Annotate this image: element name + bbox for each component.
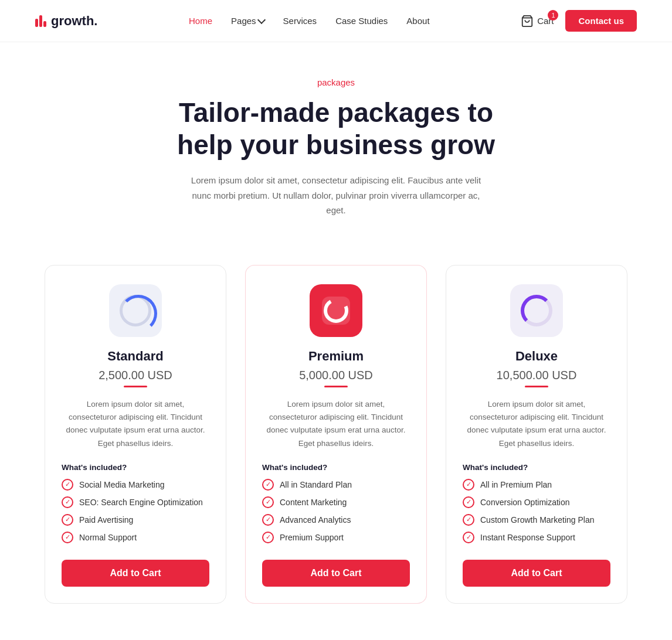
- feature-label: Conversion Optimization: [480, 498, 570, 507]
- check-icon: ✓: [62, 496, 73, 508]
- package-card-standard: Standard 2,500.00 USD Lorem ipsum dolor …: [45, 265, 226, 604]
- feature-label: Instant Response Support: [480, 533, 575, 542]
- nav-link-about[interactable]: About: [406, 16, 429, 26]
- hero-title: Tailor-made packages to help your busine…: [12, 97, 660, 161]
- check-icon: ✓: [463, 532, 474, 543]
- check-icon: ✓: [262, 532, 274, 543]
- check-icon: ✓: [463, 496, 474, 508]
- package-card-deluxe: Deluxe 10,500.00 USD Lorem ipsum dolor s…: [446, 265, 627, 604]
- package-name: Standard: [62, 349, 209, 364]
- standard-icon: [120, 295, 151, 326]
- package-price: 10,500.00 USD: [463, 369, 610, 382]
- feature-label: Custom Growth Marketing Plan: [480, 515, 595, 525]
- package-price: 5,000.00 USD: [262, 369, 410, 382]
- nav-right: Cart 1 Contact us: [521, 10, 637, 32]
- feature-label: SEO: Search Engine Optimization: [79, 498, 203, 507]
- add-to-cart-button[interactable]: Add to Cart: [62, 560, 209, 587]
- feature-item: ✓ Social Media Marketing: [62, 479, 209, 491]
- check-icon: ✓: [62, 479, 73, 491]
- hero-section: packages Tailor-made packages to help yo…: [0, 42, 672, 241]
- package-price: 2,500.00 USD: [62, 369, 209, 382]
- nav-link-pages[interactable]: Pages: [231, 16, 264, 26]
- contact-button[interactable]: Contact us: [565, 10, 637, 32]
- hero-label: packages: [12, 77, 660, 87]
- premium-icon: [318, 293, 354, 328]
- nav-link-home[interactable]: Home: [189, 16, 212, 26]
- package-icon-deluxe: [510, 284, 563, 337]
- package-divider: [525, 386, 548, 387]
- feature-label: Paid Avertising: [79, 515, 133, 525]
- add-to-cart-button[interactable]: Add to Cart: [262, 560, 410, 587]
- features-list: ✓ All in Premium Plan ✓ Conversion Optim…: [463, 479, 610, 543]
- package-name: Deluxe: [463, 349, 610, 364]
- feature-label: Content Marketing: [280, 498, 347, 507]
- logo-bar-1: [35, 19, 38, 27]
- nav-link-services[interactable]: Services: [283, 16, 317, 26]
- included-title: What's included?: [262, 463, 410, 472]
- nav-link-case-studies[interactable]: Case Studies: [335, 16, 388, 26]
- feature-item: ✓ Premium Support: [262, 532, 410, 543]
- package-description: Lorem ipsum dolor sit amet, consecteturo…: [262, 398, 410, 450]
- packages-grid: Standard 2,500.00 USD Lorem ipsum dolor …: [0, 241, 672, 639]
- logo-text: growth.: [51, 13, 97, 29]
- add-to-cart-button[interactable]: Add to Cart: [463, 560, 610, 587]
- feature-item: ✓ All in Standard Plan: [262, 479, 410, 491]
- feature-item: ✓ Conversion Optimization: [463, 496, 610, 508]
- feature-item: ✓ Content Marketing: [262, 496, 410, 508]
- package-name: Premium: [262, 349, 410, 364]
- chevron-down-icon: [257, 16, 266, 24]
- package-card-premium: Premium 5,000.00 USD Lorem ipsum dolor s…: [245, 265, 427, 604]
- check-icon: ✓: [262, 479, 274, 491]
- logo-bar-2: [39, 15, 42, 27]
- hero-description: Lorem ipsum dolor sit amet, consectetur …: [189, 173, 483, 218]
- feature-label: Premium Support: [280, 533, 344, 542]
- cart-badge: 1: [548, 10, 558, 21]
- feature-item: ✓ Advanced Analytics: [262, 514, 410, 526]
- check-icon: ✓: [262, 514, 274, 526]
- feature-item: ✓ All in Premium Plan: [463, 479, 610, 491]
- check-icon: ✓: [262, 496, 274, 508]
- logo[interactable]: growth.: [35, 13, 97, 29]
- check-icon: ✓: [463, 479, 474, 491]
- feature-item: ✓ Custom Growth Marketing Plan: [463, 514, 610, 526]
- feature-label: Advanced Analytics: [280, 515, 351, 525]
- logo-bar-3: [43, 21, 46, 27]
- navbar: growth. Home Pages Services Case Studies…: [0, 0, 672, 42]
- package-divider: [324, 386, 348, 387]
- package-divider: [124, 386, 147, 387]
- feature-item: ✓ Paid Avertising: [62, 514, 209, 526]
- included-title: What's included?: [463, 463, 610, 472]
- nav-links: Home Pages Services Case Studies About: [189, 16, 430, 26]
- feature-label: Normal Support: [79, 533, 137, 542]
- package-icon-premium: [310, 284, 362, 337]
- package-description: Lorem ipsum dolor sit amet, consecteturo…: [463, 398, 610, 450]
- feature-label: All in Premium Plan: [480, 480, 552, 489]
- check-icon: ✓: [463, 514, 474, 526]
- feature-label: Social Media Marketing: [79, 480, 165, 489]
- deluxe-icon: [521, 295, 552, 326]
- feature-item: ✓ Instant Response Support: [463, 532, 610, 543]
- feature-label: All in Standard Plan: [280, 480, 352, 489]
- package-description: Lorem ipsum dolor sit amet, consecteturo…: [62, 398, 209, 450]
- cart-icon: [521, 15, 534, 28]
- check-icon: ✓: [62, 532, 73, 543]
- features-list: ✓ All in Standard Plan ✓ Content Marketi…: [262, 479, 410, 543]
- feature-item: ✓ Normal Support: [62, 532, 209, 543]
- features-list: ✓ Social Media Marketing ✓ SEO: Search E…: [62, 479, 209, 543]
- check-icon: ✓: [62, 514, 73, 526]
- feature-item: ✓ SEO: Search Engine Optimization: [62, 496, 209, 508]
- package-icon-standard: [109, 284, 162, 337]
- included-title: What's included?: [62, 463, 209, 472]
- logo-icon: [35, 15, 46, 27]
- cart-button[interactable]: Cart 1: [521, 15, 554, 28]
